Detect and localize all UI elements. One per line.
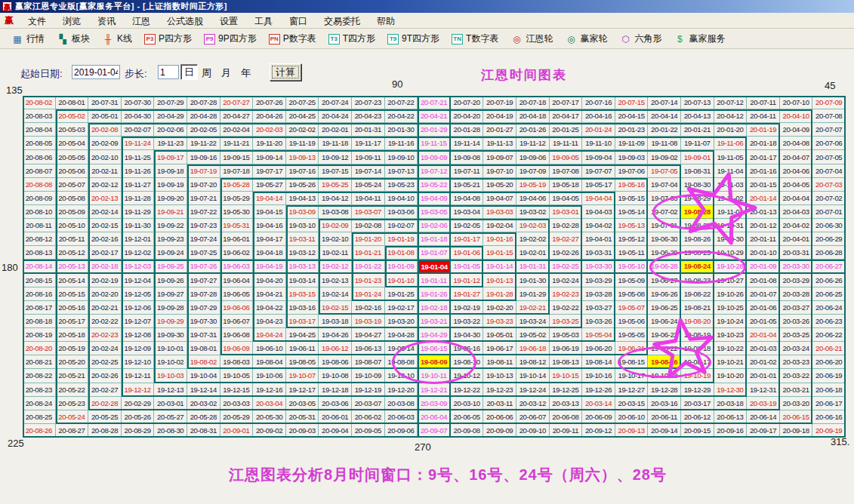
grid-cell: 20-07-26 xyxy=(253,96,286,109)
grid-cell: 20-04-16 xyxy=(582,109,615,123)
grid-cell: 20-06-20 xyxy=(812,355,846,369)
menu-item-5[interactable]: 设置 xyxy=(211,14,246,28)
calculate-button[interactable]: 计算 xyxy=(270,63,301,81)
grid-cell: 20-08-22 xyxy=(23,369,56,383)
menu-item-4[interactable]: 公式选股 xyxy=(159,14,211,28)
grid-cell: 20-06-18 xyxy=(812,383,846,397)
grid-cell: 20-01-30 xyxy=(385,123,418,137)
grid-cell: 19-10-27 xyxy=(714,274,748,287)
grid-cell: 19-06-02 xyxy=(220,246,254,260)
toolbar-button-赢家服务[interactable]: $赢家服务 xyxy=(668,31,730,47)
grid-cell: 19-04-28 xyxy=(385,328,418,342)
grid-cell: 19-06-12 xyxy=(319,342,352,355)
grid-cell: 20-05-17 xyxy=(56,315,89,328)
grid-cell: 19-08-12 xyxy=(516,355,550,369)
grid-cell: 19-03-12 xyxy=(286,246,319,260)
grid-cell: 20-01-29 xyxy=(418,123,451,137)
grid-cell: 20-08-18 xyxy=(23,315,56,328)
start-date-input[interactable] xyxy=(72,65,120,79)
grid-cell: 19-03-29 xyxy=(582,274,615,287)
grid-cell: 20-05-15 xyxy=(56,287,89,301)
period-button-日[interactable]: 日 xyxy=(180,64,198,80)
toolbar-label: 赢家服务 xyxy=(689,32,725,45)
menu-item-1[interactable]: 浏览 xyxy=(54,14,89,28)
grid-cell: 19-01-29 xyxy=(516,287,550,301)
grid-cell: 19-08-06 xyxy=(319,355,352,369)
grid-cell: 20-02-10 xyxy=(88,150,122,164)
grid-cell: 20-06-22 xyxy=(812,328,846,342)
grid-cell: 19-11-06 xyxy=(714,137,748,150)
toolbar-button-9T四方形[interactable]: T99T四方形 xyxy=(382,31,445,47)
grid-cell: 19-08-16 xyxy=(648,355,681,369)
grid-cell: 19-08-11 xyxy=(483,355,516,369)
grid-cell: 20-06-05 xyxy=(451,410,484,424)
period-button-年[interactable]: 年 xyxy=(241,66,251,80)
menu-item-8[interactable]: 交易委托 xyxy=(316,14,368,28)
grid-cell: 19-06-05 xyxy=(220,287,254,301)
angle-label-225: 225 xyxy=(8,438,24,449)
grid-cell: 20-01-28 xyxy=(451,123,484,137)
toolbar-button-江恩轮[interactable]: ◎江恩轮 xyxy=(505,31,558,47)
grid-cell: 19-10-24 xyxy=(714,315,748,328)
grid-cell: 20-06-25 xyxy=(812,287,846,301)
toolbar-button-板块[interactable]: ▚板块 xyxy=(51,31,95,47)
grid-cell: 19-07-15 xyxy=(319,164,352,178)
grid-cell: 20-03-15 xyxy=(615,397,649,410)
grid-cell: 19-05-03 xyxy=(550,328,583,342)
toolbar-button-P四方形[interactable]: P3P四方形 xyxy=(139,31,197,47)
period-button-月[interactable]: 月 xyxy=(221,66,231,80)
grid-cell: 19-01-15 xyxy=(483,246,516,260)
toolbar-button-T四方形[interactable]: T3T四方形 xyxy=(323,31,381,47)
grid-cell: 20-04-20 xyxy=(451,109,484,123)
grid-cell: 20-08-07 xyxy=(23,164,56,178)
grid-cell: 19-04-30 xyxy=(451,328,484,342)
grid-cell: 20-04-01 xyxy=(780,232,813,246)
toolbar-button-行情[interactable]: ▦行情 xyxy=(6,31,50,47)
grid-cell: 20-07-14 xyxy=(648,96,681,109)
grid-cell: 19-03-05 xyxy=(418,205,451,219)
grid-cell: 19-06-06 xyxy=(220,301,254,315)
grid-cell: 20-09-12 xyxy=(582,424,615,438)
grid-cell: 19-04-10 xyxy=(385,192,418,205)
grid-cell: 20-07-23 xyxy=(352,96,385,109)
grid-cell: 19-12-05 xyxy=(122,287,155,301)
app-logo-icon: 赢 xyxy=(2,2,12,11)
grid-cell: 20-02-22 xyxy=(88,315,122,328)
grid-cell: 19-12-31 xyxy=(747,383,780,397)
grid-cell: 19-03-22 xyxy=(451,315,484,328)
menu-item-0[interactable]: 文件 xyxy=(20,14,54,28)
grid-cell: 20-01-04 xyxy=(747,328,780,342)
grid-cell: 20-07-19 xyxy=(483,96,516,109)
grid-cell: 20-03-11 xyxy=(483,397,516,410)
grid-cell: 19-08-25 xyxy=(681,246,714,260)
menu-item-3[interactable]: 江恩 xyxy=(124,14,159,28)
toolbar-button-K线[interactable]: ╫K线 xyxy=(97,31,137,47)
grid-cell: 19-07-08 xyxy=(550,164,583,178)
period-button-周[interactable]: 周 xyxy=(202,66,211,80)
grid-cell: 19-03-14 xyxy=(286,274,319,287)
grid-cell: 19-03-03 xyxy=(483,205,516,219)
menu-item-7[interactable]: 窗口 xyxy=(281,14,316,28)
grid-cell: 19-02-16 xyxy=(352,301,385,315)
menu-item-9[interactable]: 帮助 xyxy=(368,14,403,28)
grid-cell: 20-07-31 xyxy=(88,96,122,109)
toolbar-button-9P四方形[interactable]: P99P四方形 xyxy=(199,31,262,47)
grid-cell: 20-03-29 xyxy=(780,274,813,287)
grid-cell: 20-08-04 xyxy=(23,123,56,137)
grid-cell: 19-05-30 xyxy=(220,205,254,219)
grid-cell: 19-06-03 xyxy=(220,260,254,273)
toolbar-button-六角形[interactable]: ⬡六角形 xyxy=(614,31,667,47)
grid-cell: 20-03-12 xyxy=(516,397,550,410)
grid-cell: 19-09-01 xyxy=(681,150,714,164)
toolbar-button-赢家轮[interactable]: ◎赢家轮 xyxy=(560,31,612,47)
grid-cell: 19-09-29 xyxy=(154,315,187,328)
step-input[interactable] xyxy=(158,65,179,79)
toolbar-button-T数字表[interactable]: TNT数字表 xyxy=(446,31,504,47)
grid-cell: 19-03-11 xyxy=(286,232,319,246)
toolbar-button-P数字表[interactable]: PNP数字表 xyxy=(264,31,322,47)
menu-item-6[interactable]: 工具 xyxy=(246,14,281,28)
grid-cell: 20-05-27 xyxy=(154,410,187,424)
grid-cell: 20-02-03 xyxy=(253,123,286,137)
menu-item-2[interactable]: 资讯 xyxy=(89,14,124,28)
grid-cell: 20-04-06 xyxy=(780,164,813,178)
